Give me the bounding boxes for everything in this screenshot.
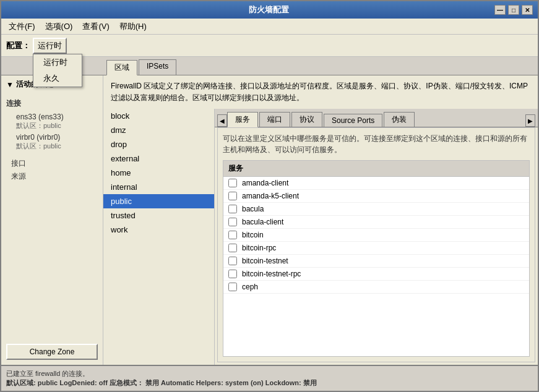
tab-zones[interactable]: 区域 [106, 60, 137, 75]
services-table: 服务 amanda-client amanda-k5-client [223, 160, 530, 357]
service-checkbox-bitcoin[interactable] [228, 231, 237, 239]
config-dropdown-menu: 运行时 永久 [33, 54, 82, 87]
change-zone-button[interactable]: Change Zone [6, 344, 98, 360]
menu-help[interactable]: 帮助(H) [114, 20, 152, 33]
service-checkbox-ceph[interactable] [228, 283, 237, 291]
service-row: ceph [223, 281, 529, 294]
minimize-button[interactable]: — [494, 5, 506, 15]
zone-work[interactable]: work [103, 223, 214, 237]
statusbar-emergency-label: 应急模式： [110, 379, 144, 386]
service-name-bitcoin-testnet-rpc: bitcoin-testnet-rpc [242, 270, 301, 278]
statusbar: 已建立至 firewalld 的连接。 默认区域: public LogDeni… [1, 365, 538, 391]
config-value: 运行时 [38, 40, 62, 51]
close-button[interactable]: ✕ [522, 5, 533, 15]
statusbar-line1: 已建立至 firewalld 的连接。 [6, 369, 533, 378]
connection-ens33-default: 默认区：public [16, 121, 93, 130]
window-controls: — □ ✕ [494, 5, 533, 15]
option-permanent[interactable]: 永久 [33, 70, 82, 87]
service-checkbox-amanda-k5-client[interactable] [228, 192, 237, 200]
statusbar-line2: 默认区域: public LogDenied: off 应急模式： 禁用 Aut… [6, 378, 533, 388]
service-name-amanda-client: amanda-client [242, 179, 288, 187]
sidebar: ▼ 活动的绑定 连接 ens33 (ens33) 默认区：public virb… [1, 75, 103, 365]
main-area: ▼ 活动的绑定 连接 ens33 (ens33) 默认区：public virb… [1, 75, 538, 365]
menu-options[interactable]: 选项(O) [40, 20, 78, 33]
content-right: ◀ 服务 端口 协议 Source Ports 伪装 ▶ 可以在这里定义区域中哪… [215, 109, 538, 365]
service-name-bacula: bacula [242, 205, 264, 213]
maximize-button[interactable]: □ [508, 5, 519, 15]
service-row: bitcoin-testnet [223, 255, 529, 268]
service-row: bacula-client [223, 216, 529, 229]
statusbar-default-zone-label: 默认区域: [6, 379, 36, 386]
tab-source-ports[interactable]: Source Ports [324, 114, 382, 127]
zone-public[interactable]: public [103, 194, 214, 208]
menu-view[interactable]: 查看(V) [77, 20, 114, 33]
service-row: amanda-k5-client [223, 190, 529, 203]
service-row: bitcoin-rpc [223, 242, 529, 255]
service-checkbox-bacula-client[interactable] [228, 218, 237, 226]
menu-file[interactable]: 文件(F) [4, 20, 40, 33]
service-name-ceph: ceph [242, 283, 258, 291]
services-tab-content: 可以在这里定义区域中哪些服务是可信的。可连接至绑定到这个区域的连接、接口和源的所… [217, 127, 535, 362]
connection-ens33-name: ens33 (ens33) [16, 113, 64, 121]
tab-ipsets[interactable]: IPSets [139, 59, 176, 75]
zone-internal[interactable]: internal [103, 180, 214, 194]
service-checkbox-amanda-client[interactable] [228, 179, 237, 187]
service-checkbox-bacula[interactable] [228, 205, 237, 213]
zones-panel: block dmz drop external home internal pu… [103, 109, 215, 365]
zone-home[interactable]: home [103, 166, 214, 180]
service-name-bitcoin-rpc: bitcoin-rpc [242, 244, 276, 252]
firewall-description: FirewallD 区域定义了绑定的网络连接、接口以及源地址的可信程度。区域是服… [103, 75, 538, 109]
option-runtime[interactable]: 运行时 [33, 54, 82, 70]
service-row: bitcoin [223, 229, 529, 242]
tab-masquerade[interactable]: 伪装 [384, 112, 415, 127]
services-description: 可以在这里定义区域中哪些服务是可信的。可连接至绑定到这个区域的连接、接口和源的所… [218, 128, 535, 160]
connection-virbr0-name: virbr0 (virbr0) [16, 133, 60, 142]
service-checkbox-bitcoin-testnet-rpc[interactable] [228, 270, 237, 278]
expand-icon: ▼ [6, 80, 14, 89]
menubar: 文件(F) 选项(O) 查看(V) 帮助(H) [1, 19, 538, 35]
zone-dmz[interactable]: dmz [103, 123, 214, 137]
config-dropdown[interactable]: 运行时 运行时 永久 [33, 38, 67, 54]
sidebar-source[interactable]: 来源 [1, 170, 103, 183]
zone-block[interactable]: block [103, 109, 214, 123]
statusbar-helpers-label: Automatic Helpers: [161, 379, 223, 386]
zones-content-wrapper: block dmz drop external home internal pu… [103, 109, 538, 365]
statusbar-logdenied-value: off [99, 379, 110, 386]
statusbar-emergency-value: 禁用 [145, 379, 161, 386]
tab-prev-button[interactable]: ◀ [217, 114, 227, 127]
connection-ens33[interactable]: ens33 (ens33) 默认区：public [1, 111, 103, 132]
toolbar: 配置： 运行时 运行时 永久 [1, 35, 538, 57]
statusbar-lockdown-value: 禁用 [303, 379, 317, 386]
statusbar-logdenied-label: LogDenied: [59, 379, 97, 386]
connections-section-label: 连接 [1, 96, 103, 111]
statusbar-lockdown-label: Lockdown: [265, 379, 301, 386]
zone-drop[interactable]: drop [103, 137, 214, 151]
service-row: amanda-client [223, 177, 529, 190]
window-title: 防火墙配置 [43, 4, 494, 15]
service-name-bitcoin: bitcoin [242, 231, 264, 239]
zone-trusted[interactable]: trusted [103, 208, 214, 223]
titlebar: 防火墙配置 — □ ✕ [1, 1, 538, 19]
tab-protocols[interactable]: 协议 [291, 112, 322, 127]
content-area: FirewallD 区域定义了绑定的网络连接、接口以及源地址的可信程度。区域是服… [103, 75, 538, 365]
config-button[interactable]: 运行时 [33, 38, 67, 54]
statusbar-helpers-value: system (on) [225, 379, 265, 386]
main-window: 防火墙配置 — □ ✕ 文件(F) 选项(O) 查看(V) 帮助(H) 配置： … [0, 0, 539, 392]
sidebar-bottom: Change Zone [1, 339, 103, 365]
statusbar-default-zone-value: public [38, 379, 59, 386]
service-checkbox-bitcoin-testnet[interactable] [228, 257, 237, 265]
tab-services[interactable]: 服务 [227, 112, 258, 127]
zone-external[interactable]: external [103, 151, 214, 166]
connection-virbr0-default: 默认区：public [16, 142, 93, 151]
service-name-bacula-client: bacula-client [242, 218, 283, 226]
sidebar-interface[interactable]: 接口 [1, 157, 103, 170]
content-tab-header: ◀ 服务 端口 协议 Source Ports 伪装 ▶ [215, 109, 538, 127]
service-checkbox-bitcoin-rpc[interactable] [228, 244, 237, 252]
service-name-amanda-k5-client: amanda-k5-client [242, 192, 299, 200]
tab-next-button[interactable]: ▶ [525, 114, 535, 127]
connection-virbr0[interactable]: virbr0 (virbr0) 默认区：public [1, 132, 103, 152]
zone-list: block dmz drop external home internal pu… [103, 109, 214, 237]
config-label: 配置： [6, 40, 30, 51]
service-row: bitcoin-testnet-rpc [223, 268, 529, 281]
tab-ports[interactable]: 端口 [259, 112, 290, 127]
